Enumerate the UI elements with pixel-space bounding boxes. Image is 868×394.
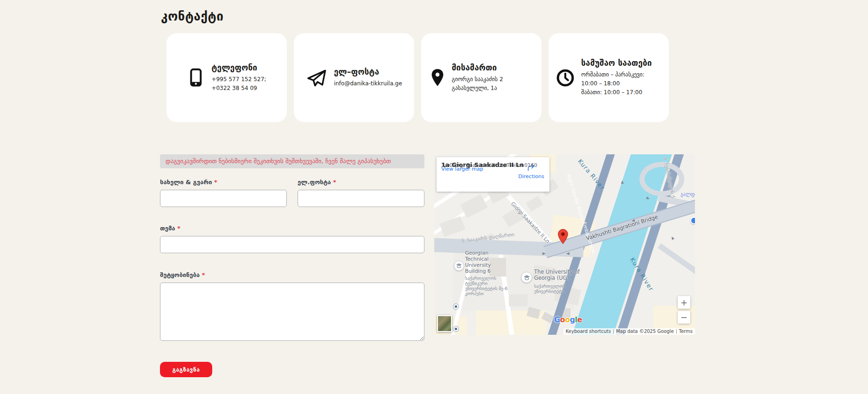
card-title: მისამართი — [452, 63, 534, 72]
phone-number: +995 577 152 527; — [211, 75, 266, 84]
card-title: ტელეფონი — [211, 63, 266, 72]
gulf-label: გალფი — [681, 192, 695, 197]
form-notice: დაგვიკავშირდით ნებისმიერი შეკითხვის შემთ… — [160, 154, 424, 168]
map-building — [509, 294, 528, 306]
road-arrow-icon — [621, 179, 624, 184]
submit-button[interactable]: გაგზავნა — [160, 362, 212, 377]
road-arrow-icon — [565, 252, 569, 255]
bus-stop-icon[interactable] — [453, 326, 459, 332]
google-logo[interactable]: Google — [554, 315, 582, 324]
contact-cards: ტელეფონი +995 577 152 527; +0322 38 54 0… — [167, 33, 669, 122]
hours-weekdays: ორშაბათი – პარასკევი: 10:00 – 18:00 — [581, 70, 661, 88]
university-icon[interactable] — [521, 272, 532, 283]
location-marker-pin[interactable] — [558, 229, 568, 246]
phone-icon — [187, 68, 205, 88]
google-map[interactable]: Kura River Kura River Right Heydar Aliye… — [434, 154, 695, 335]
map-building — [532, 265, 556, 282]
map-info-card: 1a Giorgi Saakadze II Ln 1a Giorgi Saaka… — [437, 157, 549, 192]
street-view-thumbnail[interactable] — [437, 315, 452, 332]
card-email: ელ–ფოსტა info@danika-tikkruila.ge — [294, 33, 414, 122]
university-icon[interactable] — [454, 261, 464, 271]
card-address: მისამართი გიორგი სააკაძის 2 გასასვლელი, … — [421, 33, 542, 122]
subject-label: თემა * — [160, 225, 424, 232]
message-textarea[interactable] — [160, 283, 424, 341]
email-icon — [306, 69, 327, 87]
card-hours: სამუშაო საათები ორშაბათი – პარასკევი: 10… — [549, 33, 669, 122]
transit-icon[interactable] — [690, 217, 695, 224]
bus-stop-icon[interactable] — [453, 304, 459, 310]
card-title: სამუშაო საათები — [581, 58, 661, 68]
map-building — [526, 196, 543, 212]
contact-form: დაგვიკავშირდით ნებისმიერი შეკითხვის შემთ… — [160, 154, 424, 377]
required-asterisk: * — [333, 179, 336, 186]
road-arrow-icon — [542, 252, 547, 255]
map-pin-icon — [430, 68, 445, 88]
email-label: ელ.ფოსტა * — [298, 179, 424, 186]
map-data-text: Map data ©2025 Google — [614, 328, 676, 335]
keyboard-shortcuts-button[interactable]: Keyboard shortcuts — [563, 328, 613, 335]
street-address: გიორგი სააკაძის 2 გასასვლელი, 1ა — [452, 75, 534, 93]
terms-link[interactable]: Terms — [677, 328, 695, 335]
required-asterisk: * — [202, 271, 205, 278]
page-title: კონტაქტი — [161, 9, 223, 23]
name-label: სახელი & გვარი * — [160, 179, 287, 186]
map-building — [489, 258, 506, 276]
zoom-out-button[interactable]: − — [678, 311, 690, 324]
map-building — [439, 216, 465, 237]
card-title: ელ–ფოსტა — [334, 67, 402, 76]
message-label: შეტყობინება * — [160, 271, 424, 278]
name-input[interactable] — [160, 190, 287, 207]
card-phone: ტელეფონი +995 577 152 527; +0322 38 54 0… — [167, 33, 287, 122]
required-asterisk: * — [177, 225, 181, 232]
email-input[interactable] — [298, 190, 424, 207]
phone-number: +0322 38 54 09 — [211, 84, 266, 93]
clock-icon — [556, 69, 575, 87]
map-ramp-loop — [639, 162, 684, 196]
required-asterisk: * — [214, 179, 217, 186]
hours-saturday: შაბათი: 10:00 – 17:00 — [581, 88, 661, 97]
email-address: info@danika-tikkruila.ge — [334, 79, 402, 88]
map-ramp — [658, 243, 695, 285]
map-attribution-bar: Keyboard shortcuts Map data ©2025 Google… — [563, 328, 695, 335]
road-arrow-icon — [670, 235, 674, 240]
view-larger-map-link[interactable]: View larger map — [441, 166, 483, 172]
zoom-in-button[interactable]: + — [678, 296, 690, 309]
subject-input[interactable] — [160, 236, 424, 253]
